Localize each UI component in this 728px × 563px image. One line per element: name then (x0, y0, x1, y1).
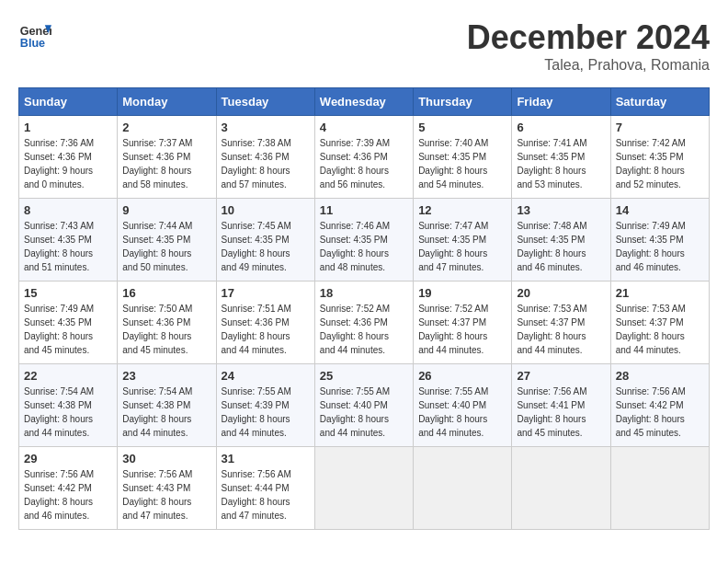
calendar-table: SundayMondayTuesdayWednesdayThursdayFrid… (18, 87, 710, 530)
day-info: Sunrise: 7:43 AM Sunset: 4:35 PM Dayligh… (24, 219, 112, 274)
day-info: Sunrise: 7:54 AM Sunset: 4:38 PM Dayligh… (122, 385, 210, 440)
calendar-cell: 13Sunrise: 7:48 AM Sunset: 4:35 PM Dayli… (512, 199, 610, 282)
day-number: 10 (222, 203, 310, 217)
day-info: Sunrise: 7:53 AM Sunset: 4:37 PM Dayligh… (517, 302, 605, 357)
calendar-week-row: 22Sunrise: 7:54 AM Sunset: 4:38 PM Dayli… (19, 364, 710, 447)
day-number: 24 (222, 369, 310, 383)
calendar-cell: 27Sunrise: 7:56 AM Sunset: 4:41 PM Dayli… (512, 364, 610, 447)
calendar-cell: 14Sunrise: 7:49 AM Sunset: 4:35 PM Dayli… (610, 199, 709, 282)
day-number: 16 (122, 286, 210, 300)
calendar-cell: 7Sunrise: 7:42 AM Sunset: 4:35 PM Daylig… (610, 116, 709, 199)
day-info: Sunrise: 7:44 AM Sunset: 4:35 PM Dayligh… (122, 219, 210, 274)
day-info: Sunrise: 7:56 AM Sunset: 4:41 PM Dayligh… (517, 385, 605, 440)
day-info: Sunrise: 7:41 AM Sunset: 4:35 PM Dayligh… (517, 136, 605, 191)
calendar-cell: 22Sunrise: 7:54 AM Sunset: 4:38 PM Dayli… (19, 364, 118, 447)
day-info: Sunrise: 7:38 AM Sunset: 4:36 PM Dayligh… (222, 136, 310, 191)
day-number: 30 (122, 452, 210, 465)
day-info: Sunrise: 7:39 AM Sunset: 4:36 PM Dayligh… (320, 136, 408, 191)
calendar-cell: 16Sunrise: 7:50 AM Sunset: 4:36 PM Dayli… (118, 282, 216, 364)
calendar-cell: 24Sunrise: 7:55 AM Sunset: 4:39 PM Dayli… (216, 364, 314, 447)
calendar-cell: 31Sunrise: 7:56 AM Sunset: 4:44 PM Dayli… (216, 447, 314, 530)
calendar-header-row: SundayMondayTuesdayWednesdayThursdayFrid… (19, 88, 710, 116)
page-header: General Blue December 2024 Talea, Prahov… (18, 18, 710, 74)
calendar-cell: 4Sunrise: 7:39 AM Sunset: 4:36 PM Daylig… (314, 116, 413, 199)
day-info: Sunrise: 7:37 AM Sunset: 4:36 PM Dayligh… (122, 136, 210, 191)
calendar-cell: 11Sunrise: 7:46 AM Sunset: 4:35 PM Dayli… (314, 199, 413, 282)
day-number: 9 (122, 203, 210, 217)
day-info: Sunrise: 7:51 AM Sunset: 4:36 PM Dayligh… (222, 302, 310, 357)
calendar-cell (512, 447, 610, 530)
header-monday: Monday (118, 88, 216, 116)
location-subtitle: Talea, Prahova, Romania (467, 57, 710, 74)
calendar-cell: 26Sunrise: 7:55 AM Sunset: 4:40 PM Dayli… (414, 364, 512, 447)
calendar-cell: 30Sunrise: 7:56 AM Sunset: 4:43 PM Dayli… (118, 447, 216, 530)
calendar-cell: 2Sunrise: 7:37 AM Sunset: 4:36 PM Daylig… (118, 116, 216, 199)
calendar-week-row: 1Sunrise: 7:36 AM Sunset: 4:36 PM Daylig… (19, 116, 710, 199)
day-info: Sunrise: 7:55 AM Sunset: 4:39 PM Dayligh… (222, 385, 310, 440)
day-number: 29 (24, 452, 112, 465)
day-number: 18 (320, 286, 408, 300)
calendar-cell: 10Sunrise: 7:45 AM Sunset: 4:35 PM Dayli… (216, 199, 314, 282)
calendar-week-row: 8Sunrise: 7:43 AM Sunset: 4:35 PM Daylig… (19, 199, 710, 282)
calendar-week-row: 15Sunrise: 7:49 AM Sunset: 4:35 PM Dayli… (19, 282, 710, 364)
day-number: 4 (320, 121, 408, 134)
day-info: Sunrise: 7:47 AM Sunset: 4:35 PM Dayligh… (418, 219, 506, 274)
header-saturday: Saturday (610, 88, 709, 116)
calendar-cell: 17Sunrise: 7:51 AM Sunset: 4:36 PM Dayli… (216, 282, 314, 364)
day-info: Sunrise: 7:46 AM Sunset: 4:35 PM Dayligh… (320, 219, 408, 274)
day-number: 27 (517, 369, 605, 383)
day-info: Sunrise: 7:54 AM Sunset: 4:38 PM Dayligh… (24, 385, 112, 440)
calendar-cell: 8Sunrise: 7:43 AM Sunset: 4:35 PM Daylig… (19, 199, 118, 282)
header-sunday: Sunday (19, 88, 118, 116)
day-info: Sunrise: 7:56 AM Sunset: 4:42 PM Dayligh… (24, 467, 112, 523)
header-tuesday: Tuesday (216, 88, 314, 116)
day-info: Sunrise: 7:56 AM Sunset: 4:43 PM Dayligh… (122, 467, 210, 523)
day-number: 3 (222, 121, 310, 134)
calendar-cell: 15Sunrise: 7:49 AM Sunset: 4:35 PM Dayli… (19, 282, 118, 364)
calendar-cell: 29Sunrise: 7:56 AM Sunset: 4:42 PM Dayli… (19, 447, 118, 530)
day-info: Sunrise: 7:56 AM Sunset: 4:44 PM Dayligh… (222, 467, 310, 523)
calendar-cell: 18Sunrise: 7:52 AM Sunset: 4:36 PM Dayli… (314, 282, 413, 364)
calendar-cell: 1Sunrise: 7:36 AM Sunset: 4:36 PM Daylig… (19, 116, 118, 199)
calendar-cell: 6Sunrise: 7:41 AM Sunset: 4:35 PM Daylig… (512, 116, 610, 199)
title-block: December 2024 Talea, Prahova, Romania (467, 18, 710, 74)
day-number: 31 (222, 452, 310, 465)
day-number: 11 (320, 203, 408, 217)
day-info: Sunrise: 7:36 AM Sunset: 4:36 PM Dayligh… (24, 136, 112, 191)
day-number: 15 (24, 286, 112, 300)
day-info: Sunrise: 7:49 AM Sunset: 4:35 PM Dayligh… (24, 302, 112, 357)
day-number: 1 (24, 121, 112, 134)
day-number: 14 (616, 203, 704, 217)
month-title: December 2024 (467, 18, 710, 57)
calendar-cell: 5Sunrise: 7:40 AM Sunset: 4:35 PM Daylig… (414, 116, 512, 199)
logo-icon: General Blue (18, 18, 51, 52)
calendar-cell: 12Sunrise: 7:47 AM Sunset: 4:35 PM Dayli… (414, 199, 512, 282)
header-wednesday: Wednesday (314, 88, 413, 116)
calendar-cell: 25Sunrise: 7:55 AM Sunset: 4:40 PM Dayli… (314, 364, 413, 447)
day-number: 7 (616, 121, 704, 134)
day-info: Sunrise: 7:45 AM Sunset: 4:35 PM Dayligh… (222, 219, 310, 274)
day-number: 17 (222, 286, 310, 300)
day-number: 26 (418, 369, 506, 383)
day-info: Sunrise: 7:49 AM Sunset: 4:35 PM Dayligh… (616, 219, 704, 274)
calendar-cell: 23Sunrise: 7:54 AM Sunset: 4:38 PM Dayli… (118, 364, 216, 447)
day-number: 5 (418, 121, 506, 134)
header-friday: Friday (512, 88, 610, 116)
day-info: Sunrise: 7:53 AM Sunset: 4:37 PM Dayligh… (616, 302, 704, 357)
day-number: 25 (320, 369, 408, 383)
day-info: Sunrise: 7:50 AM Sunset: 4:36 PM Dayligh… (122, 302, 210, 357)
header-thursday: Thursday (414, 88, 512, 116)
day-number: 8 (24, 203, 112, 217)
day-number: 13 (517, 203, 605, 217)
day-number: 21 (616, 286, 704, 300)
day-number: 28 (616, 369, 704, 383)
day-number: 22 (24, 369, 112, 383)
day-number: 2 (122, 121, 210, 134)
day-number: 19 (418, 286, 506, 300)
day-number: 23 (122, 369, 210, 383)
svg-text:Blue: Blue (20, 37, 45, 50)
calendar-cell (610, 447, 709, 530)
day-info: Sunrise: 7:48 AM Sunset: 4:35 PM Dayligh… (517, 219, 605, 274)
calendar-cell: 19Sunrise: 7:52 AM Sunset: 4:37 PM Dayli… (414, 282, 512, 364)
day-number: 6 (517, 121, 605, 134)
